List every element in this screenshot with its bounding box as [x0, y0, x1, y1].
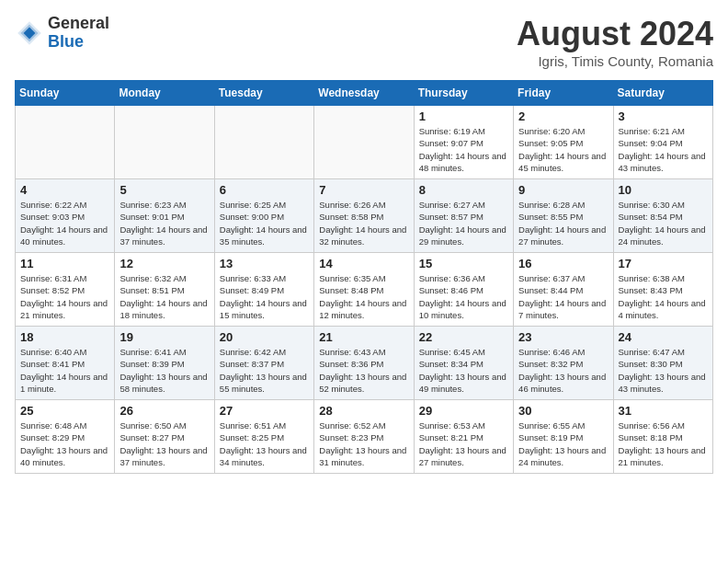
- calendar-cell: 26Sunrise: 6:50 AMSunset: 8:27 PMDayligh…: [115, 400, 214, 474]
- day-info: Sunrise: 6:53 AMSunset: 8:21 PMDaylight:…: [419, 419, 508, 468]
- weekday-header: Tuesday: [214, 81, 313, 106]
- day-number: 28: [319, 404, 408, 418]
- day-info: Sunrise: 6:46 AMSunset: 8:32 PMDaylight:…: [518, 346, 608, 395]
- day-info: Sunrise: 6:38 AMSunset: 8:43 PMDaylight:…: [619, 272, 708, 321]
- day-number: 9: [518, 183, 608, 197]
- day-number: 5: [119, 183, 209, 197]
- calendar-cell: 6Sunrise: 6:25 AMSunset: 9:00 PMDaylight…: [214, 179, 313, 253]
- weekday-header-row: SundayMondayTuesdayWednesdayThursdayFrid…: [16, 81, 713, 106]
- day-info: Sunrise: 6:22 AMSunset: 9:03 PMDaylight:…: [20, 199, 109, 247]
- day-info: Sunrise: 6:41 AMSunset: 8:39 PMDaylight:…: [119, 346, 209, 395]
- day-number: 3: [619, 109, 708, 123]
- day-number: 24: [619, 330, 708, 344]
- calendar-cell: [214, 106, 313, 179]
- day-number: 29: [419, 404, 508, 418]
- weekday-header: Wednesday: [314, 81, 414, 106]
- day-info: Sunrise: 6:40 AMSunset: 8:41 PMDaylight:…: [20, 346, 109, 395]
- calendar-cell: 7Sunrise: 6:26 AMSunset: 8:58 PMDaylight…: [314, 179, 414, 253]
- day-info: Sunrise: 6:26 AMSunset: 8:58 PMDaylight:…: [319, 199, 408, 247]
- calendar-cell: 29Sunrise: 6:53 AMSunset: 8:21 PMDayligh…: [414, 400, 513, 474]
- weekday-header: Monday: [115, 81, 214, 106]
- day-number: 19: [119, 330, 209, 344]
- day-info: Sunrise: 6:45 AMSunset: 8:34 PMDaylight:…: [419, 346, 508, 395]
- day-info: Sunrise: 6:21 AMSunset: 9:04 PMDaylight:…: [619, 125, 708, 174]
- logo-text: General Blue: [48, 15, 109, 52]
- day-number: 11: [20, 257, 109, 270]
- calendar-cell: 17Sunrise: 6:38 AMSunset: 8:43 PMDayligh…: [613, 253, 712, 327]
- day-info: Sunrise: 6:56 AMSunset: 8:18 PMDaylight:…: [619, 419, 708, 468]
- day-info: Sunrise: 6:36 AMSunset: 8:46 PMDaylight:…: [419, 272, 508, 321]
- day-info: Sunrise: 6:30 AMSunset: 8:54 PMDaylight:…: [619, 199, 708, 247]
- day-info: Sunrise: 6:50 AMSunset: 8:27 PMDaylight:…: [119, 419, 209, 468]
- day-info: Sunrise: 6:33 AMSunset: 8:49 PMDaylight:…: [220, 272, 309, 321]
- calendar-cell: 1Sunrise: 6:19 AMSunset: 9:07 PMDaylight…: [414, 106, 513, 179]
- title-block: August 2024 Igris, Timis County, Romania: [517, 15, 713, 69]
- day-number: 13: [220, 257, 309, 270]
- calendar-cell: 4Sunrise: 6:22 AMSunset: 9:03 PMDaylight…: [16, 179, 115, 253]
- calendar-cell: [314, 106, 414, 179]
- calendar-cell: 21Sunrise: 6:43 AMSunset: 8:36 PMDayligh…: [314, 327, 414, 400]
- day-info: Sunrise: 6:43 AMSunset: 8:36 PMDaylight:…: [319, 346, 408, 395]
- calendar-week-row: 11Sunrise: 6:31 AMSunset: 8:52 PMDayligh…: [16, 253, 713, 327]
- calendar-cell: 10Sunrise: 6:30 AMSunset: 8:54 PMDayligh…: [613, 179, 712, 253]
- logo-general: General: [48, 15, 109, 33]
- day-number: 25: [20, 404, 109, 418]
- day-info: Sunrise: 6:35 AMSunset: 8:48 PMDaylight:…: [319, 272, 408, 321]
- day-number: 26: [119, 404, 209, 418]
- day-number: 4: [20, 183, 109, 197]
- weekday-header: Saturday: [613, 81, 712, 106]
- calendar-cell: 5Sunrise: 6:23 AMSunset: 9:01 PMDaylight…: [115, 179, 214, 253]
- day-number: 17: [619, 257, 708, 270]
- day-info: Sunrise: 6:25 AMSunset: 9:00 PMDaylight:…: [220, 199, 309, 247]
- day-number: 18: [20, 330, 109, 344]
- day-number: 15: [419, 257, 508, 270]
- day-number: 14: [319, 257, 408, 270]
- calendar-cell: 24Sunrise: 6:47 AMSunset: 8:30 PMDayligh…: [613, 327, 712, 400]
- weekday-header: Friday: [514, 81, 613, 106]
- calendar-cell: 27Sunrise: 6:51 AMSunset: 8:25 PMDayligh…: [214, 400, 313, 474]
- day-number: 6: [220, 183, 309, 197]
- calendar-week-row: 25Sunrise: 6:48 AMSunset: 8:29 PMDayligh…: [16, 400, 713, 474]
- day-number: 2: [518, 109, 608, 123]
- day-number: 30: [518, 404, 608, 418]
- day-info: Sunrise: 6:51 AMSunset: 8:25 PMDaylight:…: [220, 419, 309, 468]
- day-info: Sunrise: 6:47 AMSunset: 8:30 PMDaylight:…: [619, 346, 708, 395]
- calendar-cell: 9Sunrise: 6:28 AMSunset: 8:55 PMDaylight…: [514, 179, 613, 253]
- calendar-cell: 13Sunrise: 6:33 AMSunset: 8:49 PMDayligh…: [214, 253, 313, 327]
- calendar-cell: 12Sunrise: 6:32 AMSunset: 8:51 PMDayligh…: [115, 253, 214, 327]
- calendar-cell: 16Sunrise: 6:37 AMSunset: 8:44 PMDayligh…: [514, 253, 613, 327]
- logo: General Blue: [15, 15, 109, 52]
- day-number: 22: [419, 330, 508, 344]
- day-info: Sunrise: 6:31 AMSunset: 8:52 PMDaylight:…: [20, 272, 109, 321]
- day-number: 8: [419, 183, 508, 197]
- calendar-week-row: 1Sunrise: 6:19 AMSunset: 9:07 PMDaylight…: [16, 106, 713, 179]
- calendar-week-row: 4Sunrise: 6:22 AMSunset: 9:03 PMDaylight…: [16, 179, 713, 253]
- calendar-cell: 2Sunrise: 6:20 AMSunset: 9:05 PMDaylight…: [514, 106, 613, 179]
- location: Igris, Timis County, Romania: [517, 53, 713, 69]
- day-info: Sunrise: 6:28 AMSunset: 8:55 PMDaylight:…: [518, 199, 608, 247]
- day-info: Sunrise: 6:55 AMSunset: 8:19 PMDaylight:…: [518, 419, 608, 468]
- day-info: Sunrise: 6:19 AMSunset: 9:07 PMDaylight:…: [419, 125, 508, 174]
- day-info: Sunrise: 6:23 AMSunset: 9:01 PMDaylight:…: [119, 199, 209, 247]
- day-info: Sunrise: 6:42 AMSunset: 8:37 PMDaylight:…: [220, 346, 309, 395]
- day-info: Sunrise: 6:32 AMSunset: 8:51 PMDaylight:…: [119, 272, 209, 321]
- calendar-cell: 8Sunrise: 6:27 AMSunset: 8:57 PMDaylight…: [414, 179, 513, 253]
- day-number: 31: [619, 404, 708, 418]
- day-number: 7: [319, 183, 408, 197]
- calendar-cell: 30Sunrise: 6:55 AMSunset: 8:19 PMDayligh…: [514, 400, 613, 474]
- weekday-header: Sunday: [16, 81, 115, 106]
- day-number: 12: [119, 257, 209, 270]
- calendar-cell: 14Sunrise: 6:35 AMSunset: 8:48 PMDayligh…: [314, 253, 414, 327]
- day-number: 10: [619, 183, 708, 197]
- day-number: 16: [518, 257, 608, 270]
- calendar-cell: [115, 106, 214, 179]
- logo-icon: [15, 18, 44, 48]
- day-number: 27: [220, 404, 309, 418]
- day-number: 1: [419, 109, 508, 123]
- calendar-cell: 28Sunrise: 6:52 AMSunset: 8:23 PMDayligh…: [314, 400, 414, 474]
- calendar-cell: [16, 106, 115, 179]
- calendar-cell: 25Sunrise: 6:48 AMSunset: 8:29 PMDayligh…: [16, 400, 115, 474]
- day-number: 23: [518, 330, 608, 344]
- calendar-week-row: 18Sunrise: 6:40 AMSunset: 8:41 PMDayligh…: [16, 327, 713, 400]
- calendar-cell: 11Sunrise: 6:31 AMSunset: 8:52 PMDayligh…: [16, 253, 115, 327]
